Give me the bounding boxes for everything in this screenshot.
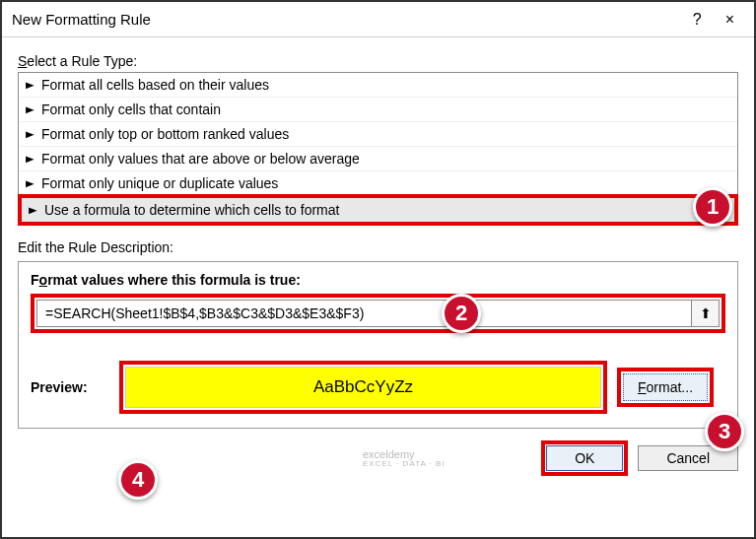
annotation-badge-3: 3 bbox=[705, 412, 744, 451]
help-button[interactable]: ? bbox=[679, 11, 716, 29]
annotation-badge-1: 1 bbox=[693, 187, 732, 227]
annotation-badge-4: 4 bbox=[118, 460, 158, 500]
arrow-icon: ► bbox=[23, 79, 36, 91]
annotation-highlight-3: Format... bbox=[617, 368, 714, 407]
annotation-highlight-1: ► Use a formula to determine which cells… bbox=[18, 194, 738, 226]
formula-label: Format values where this formula is true… bbox=[31, 272, 725, 288]
rule-item-unique-duplicate[interactable]: ► Format only unique or duplicate values bbox=[19, 171, 737, 195]
rule-item-cells-contain[interactable]: ► Format only cells that contain bbox=[19, 98, 737, 122]
annotation-badge-2: 2 bbox=[442, 294, 481, 333]
preview-sample: AaBbCcYyZz bbox=[125, 367, 601, 408]
annotation-highlight-2: ⬆ bbox=[31, 294, 725, 333]
arrow-icon: ► bbox=[23, 128, 36, 140]
rule-item-above-below[interactable]: ► Format only values that are above or b… bbox=[19, 147, 737, 171]
annotation-highlight-ok: OK bbox=[541, 440, 628, 476]
rule-type-list: ► Format all cells based on their values… bbox=[18, 72, 738, 196]
preview-label: Preview: bbox=[31, 379, 109, 395]
close-icon[interactable]: × bbox=[716, 11, 744, 29]
arrow-icon: ► bbox=[26, 204, 39, 216]
annotation-highlight-4: AaBbCcYyZz bbox=[119, 361, 607, 414]
dialog-title: New Formatting Rule bbox=[12, 11, 151, 28]
arrow-icon: ► bbox=[23, 153, 36, 165]
titlebar: New Formatting Rule ? × bbox=[2, 2, 754, 37]
rule-item-all-cells[interactable]: ► Format all cells based on their values bbox=[19, 73, 737, 98]
rule-type-label: Select a Rule Type: bbox=[18, 53, 738, 69]
ok-button[interactable]: OK bbox=[546, 445, 623, 471]
collapse-dialog-icon[interactable]: ⬆ bbox=[692, 300, 720, 327]
arrow-icon: ► bbox=[23, 177, 36, 189]
formula-input[interactable] bbox=[36, 300, 692, 327]
rule-description-box: Format values where this formula is true… bbox=[18, 261, 738, 429]
watermark: exceldemy EXCEL · DATA · BI bbox=[18, 448, 446, 469]
arrow-icon: ► bbox=[23, 103, 36, 115]
format-button[interactable]: Format... bbox=[623, 373, 708, 401]
rule-item-top-bottom[interactable]: ► Format only top or bottom ranked value… bbox=[19, 122, 737, 147]
rule-item-use-formula[interactable]: ► Use a formula to determine which cells… bbox=[22, 198, 734, 222]
rule-description-label: Edit the Rule Description: bbox=[18, 239, 738, 255]
